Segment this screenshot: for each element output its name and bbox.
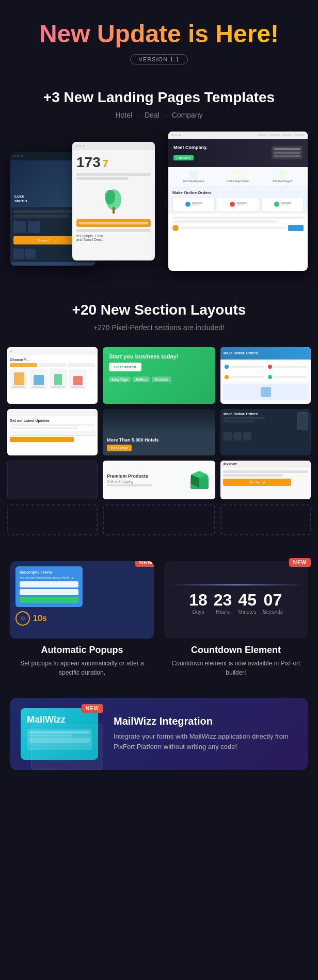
dark-icon-2 (233, 432, 242, 440)
company-feat-2: Online Page Builder (217, 170, 259, 183)
company-feat-3: 24/7 Live Support (261, 170, 304, 183)
company-support-section (168, 214, 308, 234)
order-text-line (192, 202, 202, 204)
orders-title: Make Online Orders (172, 190, 304, 195)
illustration-box (261, 387, 271, 397)
order-text (236, 202, 247, 206)
hotel-cta-text: Choose Y… (37, 239, 53, 242)
premium-row (107, 484, 152, 486)
mailwizz-image: NEW MailWizz (21, 708, 103, 760)
cp-prod-img (14, 372, 24, 385)
premium-content: Premium Products Online Shopping (107, 473, 183, 486)
sub-form-name-input (20, 581, 78, 587)
get-latest-body: Get our Latest Updates (7, 416, 98, 445)
features-section: NEW Subscription Form You can add unlimi… (0, 551, 318, 693)
cp-tab-1 (10, 363, 37, 367)
svg-point-1 (105, 190, 115, 204)
countdown-minutes-num: 45 (238, 592, 257, 608)
mailwizz-new-badge: NEW (82, 704, 103, 713)
choose-product-layout-card: Choose Y… (7, 347, 98, 404)
dashed-placeholder-3 (220, 504, 311, 535)
sub-form-title: Subscription Form (20, 570, 78, 574)
newsletter-btn (10, 437, 74, 442)
countdown-numbers: 18 Days 23 Hours 45 Minutes 07 Seconds (168, 592, 304, 615)
blue-illustration (223, 384, 308, 400)
cp-card-header (7, 347, 98, 355)
company-orders-section: Make Online Orders (168, 186, 308, 214)
dark-icon-3 (243, 432, 251, 440)
landing-preview-area: Luxustartin Choose Y… (10, 132, 308, 276)
mailwizz-desc: Integrate your forms with MailWizz appli… (114, 731, 297, 753)
order-cell-1 (223, 362, 265, 371)
company-dot (175, 134, 177, 136)
order-icon-blue (185, 202, 190, 207)
company-dots (171, 134, 181, 136)
pixfort-card: PIXFORT Get Started (220, 461, 311, 499)
countdown-divider (168, 584, 304, 585)
get-latest-title: Get our Latest Updates (10, 419, 95, 422)
hotel-sm-icon (25, 249, 36, 259)
orders-row (172, 197, 304, 211)
popup-new-badge: NEW (135, 561, 154, 567)
pixfort-row-2 (223, 474, 283, 477)
hotel-cta: Book Now (107, 445, 132, 451)
company-card-header (168, 132, 308, 139)
svg-rect-2 (113, 207, 115, 214)
order-icon-red (230, 202, 235, 207)
section-layouts: +20 New Section Layouts +270 Pixel-Perfe… (0, 291, 318, 332)
green-promo-logos: EasyPage JetBlue Bouncex (109, 377, 209, 382)
deal-num-1: 173 (76, 154, 101, 171)
premium-sub: Online Shopping (107, 480, 183, 483)
dot-2: · (165, 111, 167, 119)
order-cell-text (274, 366, 307, 368)
card-dot (17, 155, 19, 157)
cp-prod-text (32, 386, 45, 388)
side-row (274, 148, 300, 150)
order-cell-icon (225, 365, 229, 369)
countdown-minutes-label: Minutes (238, 609, 257, 615)
timer-circle-icon: ⏱ (15, 611, 30, 626)
pixfort-logo: PIXFORT (224, 463, 237, 466)
company-nav-item (269, 134, 280, 136)
green-promo-btn: Get Started (109, 363, 141, 371)
pixfort-btn: Get Started (223, 479, 291, 486)
order-cell-text (230, 366, 264, 368)
support-row-1 (172, 217, 304, 219)
hotel-overlay (103, 409, 215, 435)
hotels-dark-card: More Than 5,000 Hotels Book Now (103, 409, 215, 455)
order-text-line (236, 202, 247, 204)
logo-easypage: EasyPage (109, 377, 131, 382)
countdown-hours: 23 Hours (214, 592, 232, 615)
countdown-seconds: 07 Seconds (263, 592, 283, 615)
make-orders-header: Make Online Orders (220, 347, 311, 360)
get-latest-card: Get our Latest Updates (7, 409, 98, 455)
company-nav-item (294, 134, 305, 136)
cp-prod-img (73, 376, 83, 385)
card-dot (79, 145, 81, 147)
card-dot (83, 145, 85, 147)
countdown-hours-num: 23 (214, 592, 232, 608)
hotels-title: More Than 5,000 Hotels (107, 437, 211, 443)
order-text (281, 202, 291, 206)
popup-feature-desc: Set popups to appear automatically or af… (10, 659, 154, 677)
side-row (274, 152, 300, 154)
phone-mockup (297, 412, 308, 430)
order-item-2 (217, 197, 259, 211)
countdown-feature-block: NEW 18 Days 23 Hours 45 Minutes 07 Secon… (164, 561, 308, 677)
countdown-feature-desc: Countdown element is now avalaible in Pi… (164, 659, 308, 677)
support-icon (172, 225, 179, 231)
dashed-placeholder-2 (103, 504, 215, 535)
hero-title: New Update is Here! (10, 21, 308, 48)
company-preview-card: Meet Company. Find More Web Development … (168, 132, 308, 271)
feat-icon-page (234, 170, 242, 178)
deal-tagline: It's Simple, Easyand Smart Dea... (76, 234, 151, 241)
cp-prod-img (54, 374, 62, 385)
cp-title: Choose Y… (10, 358, 95, 362)
logo-bouncex: Bouncex (152, 377, 171, 382)
popup-feature-block: NEW Subscription Form You can add unlimi… (10, 561, 154, 677)
hotel-cta-btn: Choose Y… (13, 236, 76, 244)
pixfort-btn-text: Get Started (249, 481, 265, 484)
hotel-hero-text: Luxustartin (14, 194, 27, 204)
cp-prod-text (71, 386, 84, 388)
dark-orders-top: Make Online Orders (224, 412, 308, 430)
